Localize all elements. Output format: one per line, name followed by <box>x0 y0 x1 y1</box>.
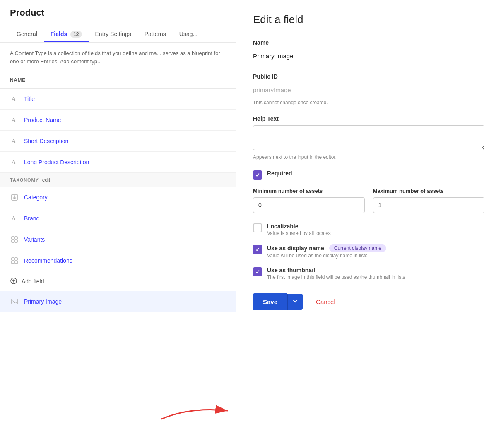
text-icon-short-description: A <box>10 137 19 146</box>
table-header: NAME <box>0 72 236 89</box>
field-row-long-product-description[interactable]: A Long Product Description <box>0 152 236 173</box>
public-id-input[interactable] <box>253 83 484 97</box>
content-type-header: Product General Fields 12 Entry Settings… <box>0 0 236 43</box>
max-assets-input[interactable] <box>373 197 485 213</box>
required-checkbox[interactable]: ✓ <box>253 170 262 180</box>
fields-badge: 12 <box>70 31 82 38</box>
text-icon-title: A <box>10 94 19 103</box>
cancel-button[interactable]: Cancel <box>308 293 344 310</box>
grid-icon-recommendations <box>10 256 19 265</box>
field-row-recommendations[interactable]: Recommendations <box>0 250 236 271</box>
thumbnail-checkbox[interactable]: ✓ <box>253 267 262 276</box>
field-row-brand[interactable]: A Brand <box>0 208 236 229</box>
field-label-variants: Variants <box>24 236 45 243</box>
svg-text:A: A <box>12 117 16 123</box>
panel-title: Edit a field <box>253 13 484 26</box>
svg-text:A: A <box>12 96 16 102</box>
svg-text:A: A <box>12 159 16 165</box>
help-text-label: Help Text <box>253 115 484 122</box>
svg-rect-6 <box>12 237 14 239</box>
field-row-product-name[interactable]: A Product Name <box>0 110 236 131</box>
name-input[interactable] <box>253 49 484 63</box>
display-name-checkbox[interactable]: ✓ <box>253 245 262 254</box>
thumbnail-label: Use as thumbnail <box>267 267 405 273</box>
localizable-label: Localizable <box>267 223 331 230</box>
field-label-recommendations: Recommendations <box>24 257 72 264</box>
display-name-label: Use as display name <box>267 245 324 252</box>
left-panel: Product General Fields 12 Entry Settings… <box>0 0 236 448</box>
public-id-label: Public ID <box>253 73 484 80</box>
svg-rect-9 <box>15 240 17 242</box>
content-type-title: Product <box>10 7 226 25</box>
min-assets-group: Minimum number of assets <box>253 188 365 213</box>
assets-inputs: Minimum number of assets Maximum number … <box>253 188 484 213</box>
tab-usage[interactable]: Usag... <box>173 26 204 42</box>
field-label-brand: Brand <box>24 215 39 222</box>
fields-table: NAME A Title A Product Name A Short Desc… <box>0 72 236 448</box>
download-icon-category <box>10 193 19 202</box>
svg-rect-15 <box>12 299 17 304</box>
field-label-primary-image: Primary Image <box>24 298 62 305</box>
field-label-category: Category <box>24 194 48 201</box>
field-label-short-description: Short Description <box>24 138 68 144</box>
tab-entry-settings[interactable]: Entry Settings <box>89 26 138 42</box>
text-icon-product-name: A <box>10 115 19 125</box>
required-label: Required <box>267 170 292 177</box>
public-id-form-group: Public ID This cannot change once create… <box>253 73 484 105</box>
save-dropdown-button[interactable] <box>287 294 303 310</box>
image-icon-primary-image <box>10 297 19 306</box>
thumbnail-row: ✓ Use as thumbnail The first image in th… <box>253 267 484 280</box>
svg-rect-10 <box>12 258 14 260</box>
tab-general[interactable]: General <box>10 26 44 42</box>
help-text-form-group: Help Text Appears next to the input in t… <box>253 115 484 160</box>
tabs-bar: General Fields 12 Entry Settings Pattern… <box>10 26 226 42</box>
display-name-row: ✓ Use as display name Current display na… <box>253 244 484 259</box>
localizable-row: Localizable Value is shared by all local… <box>253 223 484 236</box>
taxonomy-edit-link[interactable]: edit <box>42 177 50 183</box>
localizable-sublabel: Value is shared by all locales <box>267 230 331 236</box>
right-panel: Edit a field Name Public ID This cannot … <box>236 0 501 448</box>
description-text: A Content Type is a collection of fields… <box>0 43 236 72</box>
grid-icon-variants <box>10 235 19 244</box>
tab-patterns[interactable]: Patterns <box>138 26 173 42</box>
localizable-checkbox[interactable] <box>253 223 262 232</box>
add-field-icon <box>10 277 18 285</box>
min-assets-input[interactable] <box>253 197 365 213</box>
max-assets-label: Maximum number of assets <box>373 188 485 194</box>
svg-point-16 <box>13 300 14 302</box>
svg-rect-11 <box>15 258 17 260</box>
svg-rect-12 <box>12 261 14 264</box>
field-row-category[interactable]: Category <box>0 187 236 208</box>
text-icon-long-product-description: A <box>10 158 19 167</box>
name-label: Name <box>253 39 484 46</box>
help-text-hint: Appears next to the input in the editor. <box>253 154 484 160</box>
help-text-input[interactable] <box>253 125 484 150</box>
field-row-variants[interactable]: Variants <box>0 229 236 250</box>
field-label-long-product-description: Long Product Description <box>24 159 89 165</box>
footer-buttons: Save Cancel <box>253 293 484 310</box>
taxonomy-label: TAXONOMY <box>10 177 39 182</box>
field-row-short-description[interactable]: A Short Description <box>0 131 236 152</box>
required-row: ✓ Required <box>253 170 484 180</box>
add-field-row[interactable]: Add field <box>0 271 236 291</box>
taxonomy-section-header: TAXONOMY edit <box>0 173 236 187</box>
min-assets-label: Minimum number of assets <box>253 188 365 194</box>
add-field-label: Add field <box>22 278 44 285</box>
svg-text:A: A <box>12 216 16 222</box>
field-row-primary-image[interactable]: Primary Image <box>0 291 236 312</box>
save-button[interactable]: Save <box>253 293 287 310</box>
svg-rect-8 <box>12 240 14 242</box>
tab-fields[interactable]: Fields 12 <box>44 26 89 42</box>
name-form-group: Name <box>253 39 484 63</box>
svg-rect-13 <box>15 261 17 264</box>
thumbnail-sublabel: The first image in this field will be us… <box>267 274 405 280</box>
field-row-title[interactable]: A Title <box>0 89 236 110</box>
chevron-down-icon <box>293 299 298 304</box>
svg-rect-7 <box>15 237 17 239</box>
current-display-name-badge: Current display name <box>329 244 386 252</box>
svg-text:A: A <box>12 138 16 144</box>
field-label-product-name: Product Name <box>24 117 61 123</box>
public-id-hint: This cannot change once created. <box>253 100 484 105</box>
text-icon-brand: A <box>10 214 19 223</box>
display-name-sublabel: Value will be used as the display name i… <box>267 253 386 259</box>
